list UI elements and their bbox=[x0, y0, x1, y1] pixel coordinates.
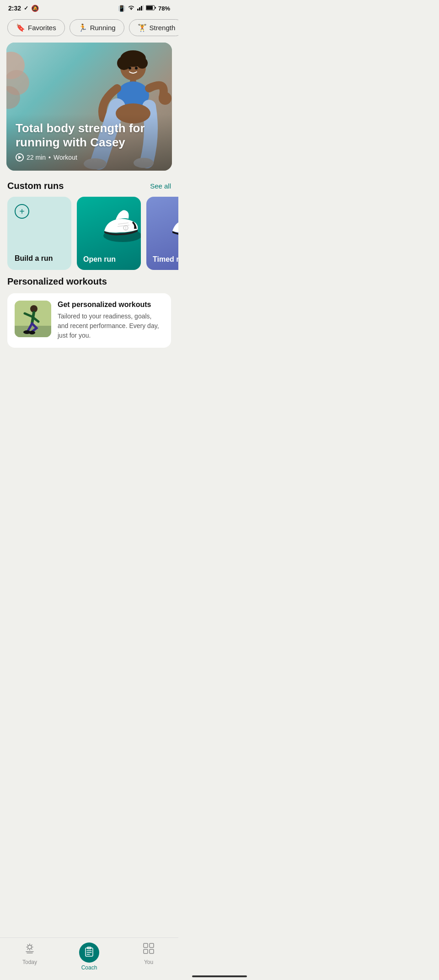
battery-percent: 78% bbox=[158, 5, 170, 12]
featured-meta: 22 min • Workout bbox=[16, 153, 163, 162]
wifi-icon bbox=[128, 5, 135, 12]
workout-heading: Get personalized workouts bbox=[58, 301, 164, 309]
play-triangle bbox=[18, 156, 21, 159]
build-a-run-card[interactable]: + Build a run bbox=[7, 197, 71, 270]
svg-point-18 bbox=[135, 67, 138, 70]
svg-rect-3 bbox=[143, 5, 144, 11]
workout-thumbnail bbox=[15, 301, 51, 337]
svg-point-34 bbox=[29, 331, 35, 334]
featured-card[interactable]: Total body strength for running with Cas… bbox=[6, 43, 172, 171]
battery-icon bbox=[146, 5, 156, 12]
filter-running[interactable]: 🏃 Running bbox=[70, 19, 124, 36]
personalized-section: Personalized workouts bbox=[0, 272, 178, 348]
play-icon bbox=[16, 153, 24, 162]
status-bar: 2:32 ✓ 🔕 📳 78% bbox=[0, 0, 178, 15]
svg-rect-0 bbox=[137, 9, 139, 11]
open-run-label: Open run bbox=[83, 255, 116, 264]
custom-runs-title: Custom runs bbox=[7, 181, 64, 191]
svg-point-10 bbox=[137, 58, 148, 69]
featured-type: Workout bbox=[54, 154, 77, 161]
svg-rect-5 bbox=[146, 6, 153, 10]
personalized-card[interactable]: Get personalized workouts Tailored to yo… bbox=[7, 293, 171, 348]
workout-description: Tailored to your readiness, goals, and r… bbox=[58, 312, 164, 340]
vibrate-icon: 📳 bbox=[118, 5, 125, 12]
bookmark-icon: 🔖 bbox=[16, 23, 25, 32]
svg-point-17 bbox=[128, 67, 131, 70]
featured-dot: • bbox=[48, 154, 51, 161]
timed-run-card[interactable]: Timed run bbox=[146, 197, 178, 270]
custom-runs-header: Custom runs See all bbox=[0, 171, 178, 197]
open-run-card[interactable]: Open run bbox=[77, 197, 141, 270]
filter-strength[interactable]: 🏋️ Strength bbox=[129, 19, 178, 36]
open-run-shoe bbox=[97, 201, 141, 247]
time-display: 2:32 bbox=[8, 5, 21, 12]
svg-rect-1 bbox=[139, 7, 140, 11]
svg-rect-6 bbox=[155, 7, 156, 9]
signal-icon bbox=[137, 5, 144, 12]
featured-overlay: Total body strength for running with Cas… bbox=[6, 114, 172, 171]
check-icon: ✓ bbox=[24, 5, 28, 11]
personalized-title: Personalized workouts bbox=[7, 276, 171, 287]
see-all-button[interactable]: See all bbox=[150, 182, 171, 190]
filter-favorites-label: Favorites bbox=[28, 24, 56, 32]
timed-run-label: Timed run bbox=[153, 255, 178, 264]
running-icon: 🏃 bbox=[78, 23, 87, 32]
status-time: 2:32 ✓ 🔕 bbox=[8, 5, 39, 12]
plus-icon: + bbox=[15, 204, 29, 219]
svg-point-13 bbox=[159, 92, 171, 105]
svg-rect-2 bbox=[141, 6, 142, 11]
build-run-label: Build a run bbox=[15, 254, 53, 263]
custom-runs-list: + Build a run bbox=[0, 197, 178, 272]
filter-row: 🔖 Favorites 🏃 Running 🏋️ Strength bbox=[0, 15, 178, 43]
workout-info: Get personalized workouts Tailored to yo… bbox=[58, 301, 164, 340]
decorative-circles bbox=[6, 52, 29, 100]
status-icons: 📳 78% bbox=[118, 5, 170, 12]
filter-strength-label: Strength bbox=[150, 24, 176, 32]
featured-title: Total body strength for running with Cas… bbox=[16, 121, 163, 150]
filter-favorites[interactable]: 🔖 Favorites bbox=[7, 19, 65, 36]
silent-icon: 🔕 bbox=[31, 5, 39, 12]
filter-running-label: Running bbox=[90, 24, 116, 32]
timed-run-shoe bbox=[167, 201, 178, 247]
strength-icon: 🏋️ bbox=[138, 23, 147, 32]
featured-duration: 22 min bbox=[27, 154, 46, 161]
